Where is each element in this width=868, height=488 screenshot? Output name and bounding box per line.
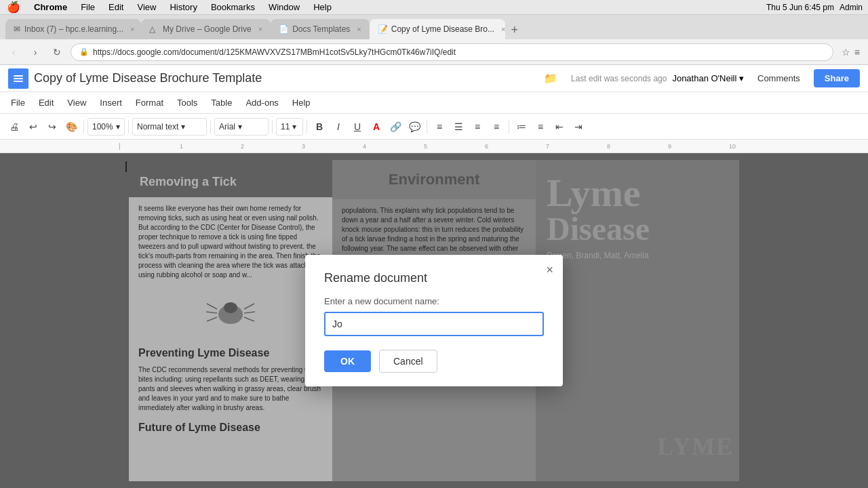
comments-button[interactable]: Comments — [752, 70, 806, 86]
docs-header: Copy of Lyme Disease Brochure Template 📁… — [0, 65, 868, 92]
indent-more-button[interactable]: ⇥ — [570, 118, 587, 136]
bookmarks-menu[interactable]: Bookmarks — [204, 2, 262, 12]
modal-input[interactable] — [324, 312, 544, 336]
bullet-list-button[interactable]: ≡ — [532, 118, 549, 136]
font-chevron: ▾ — [238, 122, 242, 131]
menu-icon[interactable]: ≡ — [854, 47, 860, 58]
docs-menubar: File Edit View Insert Format Tools Table… — [0, 92, 868, 114]
font-value: Arial — [219, 122, 235, 131]
zoom-select[interactable]: 100% ▾ — [87, 118, 125, 136]
zoom-value: 100% — [92, 122, 113, 131]
menu-edit[interactable]: Edit — [33, 95, 59, 110]
icon-line-3 — [14, 81, 23, 82]
indent-less-button[interactable]: ⇤ — [551, 118, 568, 136]
zoom-chevron: ▾ — [116, 122, 120, 131]
align-left-button[interactable]: ≡ — [431, 118, 448, 136]
toolbar-divider-3 — [210, 120, 211, 134]
star-icon[interactable]: ☆ — [842, 47, 850, 58]
menu-insert[interactable]: Insert — [94, 95, 127, 110]
mac-datetime: Thu 5 Jun 6:45 pm — [766, 3, 834, 12]
style-select[interactable]: Normal text ▾ — [132, 118, 207, 136]
tab-templates-close[interactable]: × — [357, 25, 361, 33]
color-button[interactable]: A — [368, 118, 385, 136]
menu-tools[interactable]: Tools — [172, 95, 203, 110]
drive-favicon: △ — [149, 24, 159, 34]
mac-menubar: 🍎 Chrome File Edit View History Bookmark… — [0, 0, 868, 15]
menu-help[interactable]: Help — [287, 95, 316, 110]
folder-icon[interactable]: 📁 — [544, 72, 557, 85]
share-button[interactable]: Share — [814, 69, 860, 87]
modal-close-button[interactable]: × — [546, 263, 553, 277]
docs-container: Copy of Lyme Disease Brochure Template 📁… — [0, 65, 868, 488]
tab-inbox-close[interactable]: × — [130, 25, 134, 33]
tab-inbox[interactable]: ✉ Inbox (7) – hpc.e.learning... × — [5, 19, 141, 39]
size-chevron: ▾ — [292, 122, 296, 131]
view-menu[interactable]: View — [130, 2, 163, 12]
ok-button[interactable]: OK — [324, 350, 371, 372]
tab-drive[interactable]: △ My Drive – Google Drive × — [141, 19, 271, 39]
url-text: https://docs.google.com/document/d/125KM… — [93, 47, 456, 57]
style-value: Normal text — [137, 122, 178, 131]
docs-title: Copy of Lyme Disease Brochure Template — [34, 71, 538, 85]
modal-label: Enter a new document name: — [324, 296, 544, 306]
address-bar-area: ‹ › ↻ 🔒 https://docs.google.com/document… — [0, 39, 868, 65]
back-button[interactable]: ‹ — [5, 44, 22, 60]
align-center-button[interactable]: ☰ — [450, 118, 467, 136]
modal-actions: OK Cancel — [324, 350, 544, 373]
menu-file[interactable]: File — [5, 95, 31, 110]
browser-controls: ☆ ≡ — [839, 47, 863, 58]
modal-title: Rename document — [324, 271, 544, 285]
ruler: | 1 2 3 4 5 6 7 8 9 10 — [0, 140, 868, 153]
docs-toolbar: 🖨 ↩ ↪ 🎨 100% ▾ Normal text ▾ Arial ▾ 11 — [0, 114, 868, 140]
reload-button[interactable]: ↻ — [49, 44, 65, 60]
ruler-mark-5: 5 — [424, 143, 427, 150]
style-chevron: ▾ — [181, 122, 185, 131]
address-bar[interactable]: 🔒 https://docs.google.com/document/d/125… — [71, 43, 833, 61]
forward-button[interactable]: › — [27, 44, 43, 60]
menu-addons[interactable]: Add-ons — [240, 95, 283, 110]
align-right-button[interactable]: ≡ — [469, 118, 486, 136]
docs-favicon: 📝 — [378, 24, 387, 34]
menu-view[interactable]: View — [62, 95, 92, 110]
toolbar-divider-1 — [83, 120, 84, 134]
comment-button[interactable]: 💬 — [406, 118, 423, 136]
redo-button[interactable]: ↪ — [43, 118, 61, 136]
inbox-favicon: ✉ — [14, 24, 20, 34]
italic-button[interactable]: I — [330, 118, 347, 136]
ruler-mark-2: 2 — [241, 143, 244, 150]
new-tab-button[interactable]: + — [505, 20, 524, 39]
tab-docs-close[interactable]: × — [501, 25, 505, 33]
help-menu[interactable]: Help — [307, 2, 338, 12]
chrome-menu[interactable]: Chrome — [27, 2, 74, 12]
underline-button[interactable]: U — [349, 118, 366, 136]
tab-templates[interactable]: 📄 Docs Templates × — [271, 19, 370, 39]
file-menu[interactable]: File — [74, 2, 102, 12]
numbered-list-button[interactable]: ≔ — [513, 118, 530, 136]
font-select[interactable]: Arial ▾ — [214, 118, 269, 136]
paint-format-button[interactable]: 🎨 — [62, 118, 80, 136]
tab-docs[interactable]: 📝 Copy of Lyme Disease Bro... × — [370, 19, 505, 39]
tab-templates-label: Docs Templates — [292, 24, 350, 34]
bold-button[interactable]: B — [311, 118, 328, 136]
history-menu[interactable]: History — [163, 2, 203, 12]
doc-area[interactable]: Removing a Tick It seems like everyone h… — [0, 153, 868, 488]
edit-menu[interactable]: Edit — [102, 2, 130, 12]
size-value: 11 — [281, 122, 290, 131]
ruler-mark-9: 9 — [668, 143, 671, 150]
menu-format[interactable]: Format — [130, 95, 169, 110]
size-select[interactable]: 11 ▾ — [276, 118, 303, 136]
icon-line-2 — [14, 78, 23, 79]
cancel-button[interactable]: Cancel — [379, 350, 437, 373]
undo-button[interactable]: ↩ — [24, 118, 42, 136]
last-edit-text: Last edit was seconds ago — [571, 74, 667, 83]
window-menu[interactable]: Window — [262, 2, 307, 12]
tab-drive-label: My Drive – Google Drive — [163, 24, 252, 34]
link-button[interactable]: 🔗 — [387, 118, 404, 136]
rename-modal: × Rename document Enter a new document n… — [305, 255, 563, 386]
apple-menu[interactable]: 🍎 — [0, 1, 27, 14]
menu-table[interactable]: Table — [205, 95, 237, 110]
align-justify-button[interactable]: ≡ — [488, 118, 505, 136]
mac-status-bar: Thu 5 Jun 6:45 pm Admin — [766, 3, 868, 12]
print-button[interactable]: 🖨 — [5, 118, 23, 136]
tab-drive-close[interactable]: × — [258, 25, 262, 33]
